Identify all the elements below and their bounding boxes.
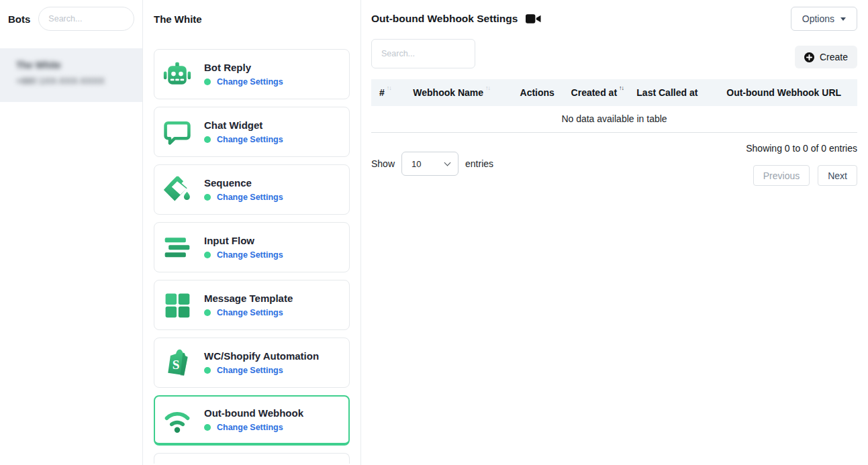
status-dot: [204, 79, 211, 85]
card-title: Bot Reply: [204, 62, 283, 73]
change-settings-link[interactable]: Change Settings: [217, 135, 283, 144]
card-partially-visible[interactable]: [154, 453, 350, 464]
chevron-down-icon: [840, 17, 846, 23]
shopify-bag-icon: S: [162, 348, 192, 378]
card-title: Message Template: [204, 293, 293, 304]
webhook-settings-main: Out-bound Webhook Settings Options: [361, 0, 868, 465]
pagination: Previous Next: [753, 165, 857, 186]
change-settings-link[interactable]: Change Settings: [217, 77, 283, 87]
card-message-template[interactable]: Message Template Change Settings: [154, 280, 350, 330]
status-dot: [204, 252, 211, 258]
card-title: Sequence: [204, 177, 283, 189]
change-settings-link[interactable]: Change Settings: [217, 250, 283, 260]
options-button[interactable]: Options: [791, 7, 857, 31]
column-header-last-called-at: Last Called at: [631, 79, 721, 106]
status-dot: [204, 367, 211, 374]
status-dot: [204, 309, 211, 316]
entries-summary: Showing 0 to 0 of 0 entries: [746, 143, 857, 154]
card-input-flow[interactable]: Input Flow Change Settings: [154, 222, 350, 272]
svg-text:S: S: [173, 358, 180, 372]
page-size-value: 10: [412, 159, 421, 169]
video-camera-icon[interactable]: [526, 13, 541, 24]
bots-sidebar: Bots The White +880 1XX-XXX-XXXX: [0, 0, 143, 465]
stacked-lines-icon: [162, 233, 192, 262]
status-dot: [204, 136, 211, 143]
column-header-created-at[interactable]: Created at ↑↓: [566, 79, 632, 106]
card-title: Input Flow: [204, 235, 283, 246]
options-button-label: Options: [802, 13, 834, 24]
panel-title: The White: [154, 13, 350, 25]
next-page-button[interactable]: Next: [818, 165, 857, 186]
show-label: Show: [371, 158, 395, 169]
bot-list-item-selected[interactable]: The White +880 1XX-XXX-XXXX: [0, 48, 142, 102]
change-settings-link[interactable]: Change Settings: [217, 193, 283, 202]
status-dot: [204, 194, 211, 201]
bot-settings-panel: The White Bot Reply Chang: [143, 0, 361, 465]
app-window: Bots The White +880 1XX-XXX-XXXX The Whi…: [0, 0, 868, 465]
card-wc-shopify-automation[interactable]: S WC/Shopify Automation Change Settings: [154, 338, 350, 388]
table-header-row: # ↑↓ Webhook Name ↑↓ Actions Created at …: [371, 79, 857, 106]
column-header-actions: Actions: [515, 79, 566, 106]
card-chat-widget[interactable]: Chat Widget Change Settings: [154, 107, 350, 157]
status-dot: [204, 424, 211, 431]
column-header-webhook-url: Out-bound Webhook URL: [721, 79, 857, 106]
wifi-icon: [162, 405, 192, 435]
page-title: Out-bound Webhook Settings: [371, 13, 518, 25]
sort-icon-active: ↑↓: [619, 85, 624, 91]
webhooks-table: # ↑↓ Webhook Name ↑↓ Actions Created at …: [371, 79, 857, 133]
card-sequence[interactable]: Sequence Change Settings: [154, 164, 350, 215]
column-header-index[interactable]: # ↑↓: [371, 79, 407, 106]
change-settings-link[interactable]: Change Settings: [217, 423, 283, 432]
webhook-search-input[interactable]: [371, 39, 475, 68]
sidebar-title: Bots: [8, 13, 30, 25]
card-title: Chat Widget: [204, 119, 283, 131]
card-title: Out-bound Webhook: [204, 407, 303, 419]
card-bot-reply[interactable]: Bot Reply Change Settings: [154, 49, 350, 99]
bot-name-blurred: The White: [16, 60, 61, 70]
sort-icon: ↑↓: [387, 85, 391, 91]
sidebar-header: Bots: [0, 0, 142, 38]
settings-card-list: Bot Reply Change Settings Chat Widget Ch…: [154, 49, 350, 464]
sort-icon: ↑↓: [485, 85, 490, 91]
table-empty-message: No data available in table: [371, 106, 857, 133]
change-settings-link[interactable]: Change Settings: [217, 366, 283, 375]
page-size-select[interactable]: 10: [401, 152, 459, 176]
plus-circle-icon: [804, 52, 814, 62]
chat-bubble-icon: [162, 117, 192, 147]
grid-icon: [162, 291, 192, 320]
bots-search-input[interactable]: [38, 7, 134, 31]
create-button-label: Create: [820, 52, 848, 62]
column-header-webhook-name[interactable]: Webhook Name ↑↓: [407, 79, 514, 106]
bot-phone-blurred: +880 1XX-XXX-XXXX: [16, 76, 105, 86]
entries-label: entries: [465, 158, 493, 169]
create-button[interactable]: Create: [795, 46, 857, 68]
card-out-bound-webhook[interactable]: Out-bound Webhook Change Settings: [154, 395, 350, 446]
previous-page-button[interactable]: Previous: [753, 165, 810, 186]
change-settings-link[interactable]: Change Settings: [217, 308, 283, 317]
robot-icon: [162, 60, 192, 89]
paint-bucket-icon: [162, 175, 192, 205]
card-title: WC/Shopify Automation: [204, 350, 319, 362]
chevron-down-icon: [444, 160, 451, 166]
